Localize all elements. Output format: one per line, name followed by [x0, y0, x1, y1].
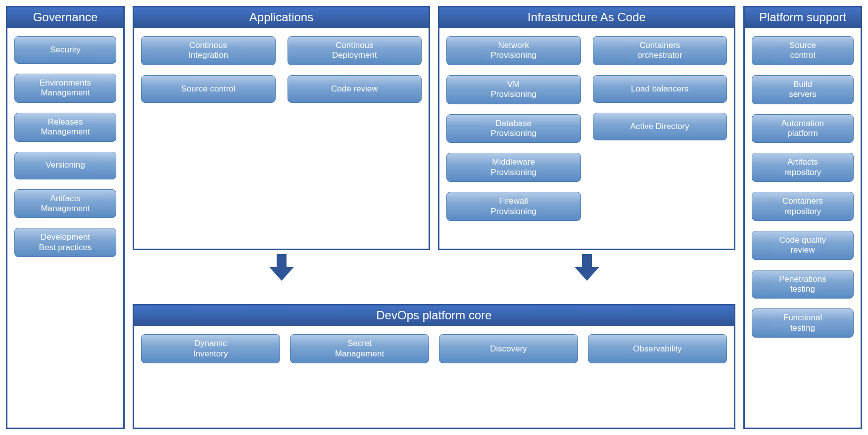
- down-arrow-icon: [575, 254, 599, 281]
- pill-iac-middleware-provisioning: Middleware Provisioning: [446, 153, 581, 182]
- pill-app-source-control: Source control: [141, 75, 276, 103]
- pill-support-containers-repository: Containers repository: [752, 192, 854, 221]
- pill-iac-firewall-provisioning: Firewall Provisioning: [446, 192, 581, 221]
- pill-core-secret-management: Secret Management: [290, 334, 429, 363]
- panel-governance-header: Governance: [7, 7, 123, 28]
- pill-iac-database-provisioning: Database Provisioning: [446, 114, 581, 143]
- panel-core-header: DevOps platform core: [134, 305, 734, 326]
- arrow-row: [133, 250, 735, 304]
- panel-applications-header: Applications: [134, 7, 429, 28]
- panel-governance: Governance Security Environments Managem…: [6, 6, 125, 429]
- pill-support-source-control: Source control: [752, 36, 854, 65]
- panel-support-body: Source control Build servers Automation …: [745, 28, 861, 346]
- pill-governance-development-best-practices: Development Best practices: [14, 228, 116, 257]
- panel-support-header: Platform support: [745, 7, 861, 28]
- panel-applications-body: Continous Integration Continous Deployme…: [134, 28, 429, 111]
- pill-app-code-review: Code review: [288, 75, 422, 103]
- arrow-applications-to-core: [133, 250, 430, 285]
- panel-core-body: Dynamic Inventory Secret Management Disc…: [134, 326, 734, 408]
- pill-support-build-servers: Build servers: [752, 75, 854, 104]
- pill-support-code-quality-review: Code quality review: [752, 231, 854, 260]
- pill-core-discovery: Discovery: [439, 334, 578, 363]
- pill-app-continuous-integration: Continous Integration: [141, 36, 276, 65]
- down-arrow-icon: [269, 254, 294, 281]
- pill-iac-load-balancers: Load balancers: [593, 75, 727, 103]
- panel-core: DevOps platform core Dynamic Inventory S…: [133, 304, 735, 429]
- pill-iac-vm-provisioning: VM Provisioning: [446, 75, 581, 104]
- pill-iac-network-provisioning: Network Provisioning: [446, 36, 581, 65]
- pill-core-observability: Observability: [588, 334, 727, 363]
- panel-governance-body: Security Environments Management Release…: [7, 28, 123, 265]
- panel-applications: Applications Continous Integration Conti…: [133, 6, 430, 250]
- pill-governance-artifacts-management: Artifacts Management: [14, 189, 116, 218]
- iac-left-col: Network Provisioning VM Provisioning Dat…: [446, 36, 581, 221]
- middle-area: Applications Continous Integration Conti…: [133, 6, 735, 429]
- pill-governance-security: Security: [14, 36, 116, 64]
- panel-iac: Infrastructure As Code Network Provision…: [438, 6, 735, 250]
- pill-support-automation-platform: Automation platform: [752, 114, 854, 143]
- pill-support-penetrations-testing: Penetrations testing: [752, 270, 854, 299]
- panel-iac-body: Network Provisioning VM Provisioning Dat…: [439, 28, 734, 229]
- pill-iac-active-directory: Active Directory: [593, 113, 727, 140]
- diagram-layout: Governance Security Environments Managem…: [6, 6, 862, 429]
- pill-app-continuous-deployment: Continous Deployment: [288, 36, 422, 65]
- pill-support-artifacts-repository: Artifacts repository: [752, 153, 854, 182]
- iac-right-col: Containers orchestrator Load balancers A…: [593, 36, 727, 221]
- panel-iac-header: Infrastructure As Code: [439, 7, 734, 28]
- panel-platform-support: Platform support Source control Build se…: [743, 6, 862, 429]
- pill-support-functional-testing: Functional testing: [752, 308, 854, 338]
- pill-iac-containers-orchestrator: Containers orchestrator: [593, 36, 727, 65]
- pill-governance-versioning: Versioning: [14, 152, 116, 179]
- arrow-iac-to-core: [438, 250, 735, 285]
- pill-governance-environments-management: Environments Management: [14, 74, 116, 103]
- pill-governance-releases-management: Releases Management: [14, 113, 116, 142]
- pill-core-dynamic-inventory: Dynamic Inventory: [141, 334, 280, 363]
